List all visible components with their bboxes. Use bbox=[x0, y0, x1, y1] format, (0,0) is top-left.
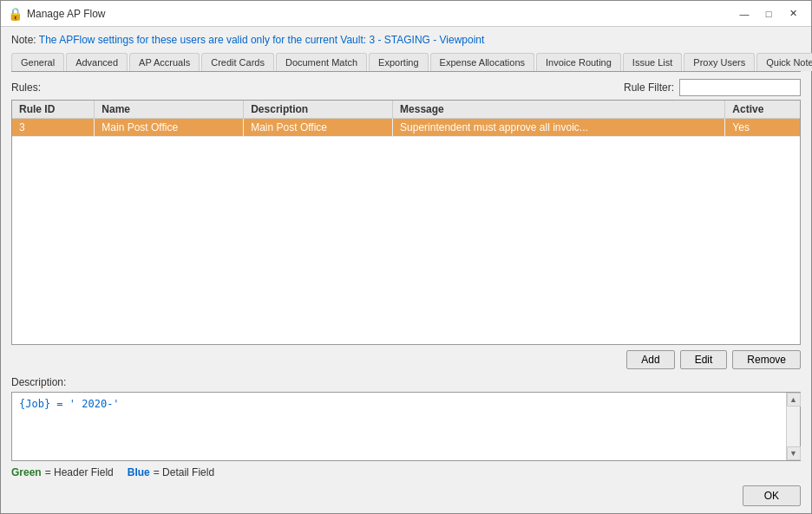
rules-label: Rules: bbox=[11, 81, 41, 94]
tab-proxy-users[interactable]: Proxy Users bbox=[684, 53, 755, 71]
tabs-container: General Advanced AP Accruals Credit Card… bbox=[11, 53, 801, 72]
col-name: Name bbox=[95, 101, 244, 119]
remove-button[interactable]: Remove bbox=[732, 350, 801, 369]
tab-document-match[interactable]: Document Match bbox=[276, 53, 367, 71]
legend-blue-desc: = Detail Field bbox=[154, 466, 214, 478]
cell-name: Main Post Office bbox=[95, 119, 244, 137]
description-container: {Job} = ' 2020-' ▲ ▼ bbox=[11, 392, 801, 461]
scroll-down-button[interactable]: ▼ bbox=[787, 446, 801, 460]
title-bar: 🔒 Manage AP Flow — □ ✕ bbox=[1, 1, 811, 27]
tab-quick-notes[interactable]: Quick Notes bbox=[756, 53, 812, 71]
col-message: Message bbox=[393, 101, 725, 119]
action-buttons: Add Edit Remove bbox=[11, 350, 801, 369]
edit-button[interactable]: Edit bbox=[680, 350, 728, 369]
legend-green-desc: = Header Field bbox=[45, 466, 114, 478]
cell-active: Yes bbox=[725, 119, 800, 137]
maximize-button[interactable]: □ bbox=[757, 5, 780, 23]
tab-invoice-routing[interactable]: Invoice Routing bbox=[536, 53, 621, 71]
rules-table-container[interactable]: Rule ID Name Description Message Active … bbox=[11, 100, 801, 345]
col-rule-id: Rule ID bbox=[12, 101, 95, 119]
col-description: Description bbox=[244, 101, 393, 119]
note-bar: Note: The APFlow settings for these user… bbox=[11, 34, 801, 46]
ok-row: OK bbox=[11, 485, 801, 506]
tab-exporting[interactable]: Exporting bbox=[369, 53, 428, 71]
description-scrollbar[interactable]: ▲ ▼ bbox=[786, 393, 800, 460]
tab-expense-allocations[interactable]: Expense Allocations bbox=[430, 53, 534, 71]
minimize-button[interactable]: — bbox=[733, 5, 756, 23]
description-section: Description: {Job} = ' 2020-' ▲ ▼ bbox=[11, 376, 801, 461]
validation-tab-content: Rules: Rule Filter: Rule ID Name Descr bbox=[11, 79, 801, 506]
table-row[interactable]: 3 Main Post Office Main Post Office Supe… bbox=[12, 119, 800, 137]
cell-rule-id: 3 bbox=[12, 119, 95, 137]
app-icon: 🔒 bbox=[8, 7, 22, 21]
window-title: Manage AP Flow bbox=[27, 8, 733, 20]
rules-header-row: Rules: Rule Filter: bbox=[11, 79, 801, 96]
tab-ap-accruals[interactable]: AP Accruals bbox=[129, 53, 200, 71]
table-header-row: Rule ID Name Description Message Active bbox=[12, 101, 800, 119]
note-prefix: Note: bbox=[11, 34, 39, 46]
tab-issue-list[interactable]: Issue List bbox=[623, 53, 682, 71]
legend-row: Green = Header Field Blue = Detail Field bbox=[11, 466, 801, 478]
legend-green: Green = Header Field bbox=[11, 466, 114, 478]
legend-green-label: Green bbox=[11, 466, 42, 478]
add-button[interactable]: Add bbox=[626, 350, 674, 369]
rule-filter-row: Rule Filter: bbox=[624, 79, 801, 96]
cell-description: Main Post Office bbox=[244, 119, 393, 137]
rule-filter-label: Rule Filter: bbox=[624, 81, 674, 94]
tab-credit-cards[interactable]: Credit Cards bbox=[201, 53, 274, 71]
rules-section: Rules: Rule Filter: Rule ID Name Descr bbox=[11, 79, 801, 369]
col-active: Active bbox=[725, 101, 800, 119]
scroll-up-button[interactable]: ▲ bbox=[787, 393, 801, 407]
note-text: The APFlow settings for these users are … bbox=[39, 34, 485, 46]
window-controls: — □ ✕ bbox=[733, 5, 804, 23]
description-label: Description: bbox=[11, 376, 801, 388]
ok-button[interactable]: OK bbox=[743, 485, 801, 506]
close-button[interactable]: ✕ bbox=[782, 5, 804, 23]
content-area: Note: The APFlow settings for these user… bbox=[1, 27, 811, 513]
tab-general[interactable]: General bbox=[11, 53, 64, 71]
rules-table: Rule ID Name Description Message Active … bbox=[12, 101, 800, 137]
tab-advanced[interactable]: Advanced bbox=[66, 53, 128, 71]
legend-blue-label: Blue bbox=[128, 466, 150, 478]
legend-blue: Blue = Detail Field bbox=[128, 466, 214, 478]
description-content: {Job} = ' 2020-' bbox=[12, 393, 800, 415]
rule-filter-input[interactable] bbox=[679, 79, 801, 96]
cell-message: Superintendent must approve all invoic..… bbox=[393, 119, 725, 137]
main-window: 🔒 Manage AP Flow — □ ✕ Note: The APFlow … bbox=[0, 0, 812, 514]
